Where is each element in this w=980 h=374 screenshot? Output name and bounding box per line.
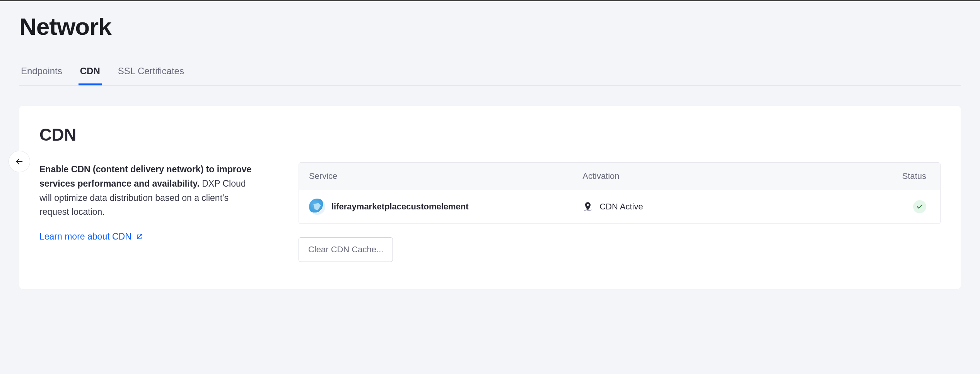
- learn-more-label: Learn more about CDN: [39, 231, 131, 242]
- external-link-icon: [135, 233, 143, 241]
- th-service: Service: [299, 163, 572, 190]
- tab-endpoints[interactable]: Endpoints: [19, 60, 64, 85]
- cdn-description: Enable CDN (content delivery network) to…: [39, 162, 256, 219]
- table-header: Service Activation Status: [299, 163, 940, 190]
- page-title: Network: [19, 13, 961, 40]
- cdn-table: Service Activation Status liferaymarketp…: [299, 162, 941, 224]
- clear-cdn-cache-button[interactable]: Clear CDN Cache...: [299, 237, 393, 262]
- map-pin-icon: [582, 201, 593, 212]
- service-icon: [309, 199, 325, 215]
- tabs: Endpoints CDN SSL Certificates: [19, 60, 961, 86]
- table-row: liferaymarketplacecustomelement CDN Acti…: [299, 190, 940, 224]
- check-icon: [916, 203, 923, 210]
- tab-ssl-certificates[interactable]: SSL Certificates: [116, 60, 186, 85]
- arrow-left-icon: [15, 157, 24, 166]
- cdn-card: CDN Enable CDN (content delivery network…: [19, 106, 961, 289]
- th-activation: Activation: [572, 163, 882, 190]
- tab-cdn[interactable]: CDN: [79, 60, 102, 85]
- activation-text: CDN Active: [599, 202, 643, 212]
- learn-more-link[interactable]: Learn more about CDN: [39, 231, 143, 242]
- th-status: Status: [882, 163, 940, 190]
- status-badge: [913, 200, 926, 213]
- service-name: liferaymarketplacecustomelement: [331, 202, 469, 212]
- card-title: CDN: [39, 125, 941, 144]
- back-button[interactable]: [9, 151, 30, 172]
